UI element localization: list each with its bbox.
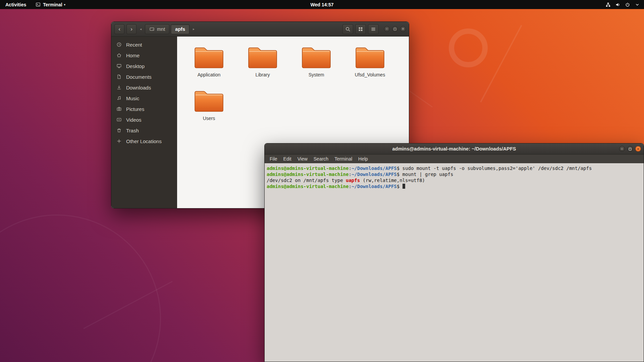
view-toggle-button[interactable]: [355, 24, 366, 34]
system-tray[interactable]: [605, 0, 644, 9]
folder-label: Ufsd_Volumes: [355, 72, 385, 77]
video-icon: [116, 117, 122, 122]
camera-icon: [116, 106, 122, 112]
folder-users[interactable]: Users: [184, 87, 234, 128]
minimize-button[interactable]: −: [384, 26, 390, 32]
app-menu-label: Terminal: [43, 2, 62, 7]
disk-icon: [149, 26, 155, 32]
terminal-titlebar[interactable]: admins@admins-virtual-machine: ~/Downloa…: [265, 143, 644, 155]
sidebar-item-music[interactable]: Music: [111, 93, 177, 104]
network-icon[interactable]: [605, 2, 611, 7]
terminal-window-controls: −▢×: [619, 146, 641, 152]
path-scroll-left-icon[interactable]: ◂: [139, 27, 143, 31]
desktop-icon: [116, 63, 122, 69]
sidebar-item-documents[interactable]: Documents: [111, 71, 177, 82]
terminal-line: admins@admins-virtual-machine:~/Download…: [267, 171, 642, 177]
minimize-button[interactable]: −: [619, 146, 625, 152]
sidebar-item-label: Desktop: [126, 63, 145, 69]
folder-icon: [301, 44, 332, 70]
terminal-cursor: [402, 184, 405, 189]
sidebar-item-trash[interactable]: Trash: [111, 125, 177, 136]
menu-help[interactable]: Help: [355, 155, 371, 163]
maximize-button[interactable]: ▢: [627, 146, 633, 152]
sidebar-item-pictures[interactable]: Pictures: [111, 104, 177, 114]
search-icon: [345, 26, 351, 32]
menu-view[interactable]: View: [294, 155, 311, 163]
sidebar-item-videos[interactable]: Videos: [111, 114, 177, 125]
sidebar-item-recent[interactable]: Recent: [111, 39, 177, 50]
activities-button[interactable]: Activities: [0, 0, 32, 9]
folder-label: System: [309, 72, 324, 77]
breadcrumb-label: mnt: [157, 26, 165, 32]
files-sidebar: RecentHomeDesktopDocumentsDownloadsMusic…: [111, 37, 177, 208]
folder-icon: [193, 87, 225, 114]
close-button[interactable]: ×: [400, 26, 406, 32]
folder-label: Library: [256, 72, 270, 77]
terminal-menubar: FileEditViewSearchTerminalHelp: [265, 155, 644, 163]
home-icon: [116, 53, 122, 58]
sidebar-item-other-locations[interactable]: Other Locations: [111, 136, 177, 146]
sidebar-item-home[interactable]: Home: [111, 50, 177, 61]
top-bar: Activities Terminal ▾ Wed 14:57: [0, 0, 644, 9]
sidebar-item-label: Videos: [126, 117, 142, 123]
files-headerbar: ‹ › ◂ mntapfs ▸ −▢×: [111, 22, 409, 37]
grid-view-icon: [358, 26, 363, 32]
volume-icon[interactable]: [615, 2, 621, 7]
search-button[interactable]: [342, 24, 353, 34]
wallpaper-ring: [449, 28, 488, 67]
sidebar-item-label: Recent: [126, 42, 142, 48]
menu-search[interactable]: Search: [311, 155, 331, 163]
breadcrumb-label: apfs: [175, 26, 185, 32]
path-scroll-right-icon[interactable]: ▸: [192, 27, 196, 31]
wallpaper-line: [480, 25, 522, 102]
sidebar-item-label: Music: [126, 96, 139, 101]
chevron-down-icon[interactable]: [635, 2, 640, 7]
menu-edit[interactable]: Edit: [280, 155, 294, 163]
sidebar-item-label: Documents: [126, 74, 152, 80]
app-menu-dropdown-icon: ▾: [64, 3, 66, 6]
wallpaper-ring-large: [0, 215, 161, 362]
breadcrumb-apfs[interactable]: apfs: [171, 24, 190, 34]
terminal-window: admins@admins-virtual-machine: ~/Downloa…: [264, 143, 644, 362]
menu-terminal[interactable]: Terminal: [331, 155, 355, 163]
folder-library[interactable]: Library: [237, 44, 288, 85]
power-icon[interactable]: [625, 2, 630, 7]
close-button[interactable]: ×: [635, 146, 641, 152]
clock[interactable]: Wed 14:57: [311, 2, 334, 7]
sidebar-item-desktop[interactable]: Desktop: [111, 61, 177, 71]
music-icon: [116, 96, 122, 101]
hamburger-menu-icon: [371, 26, 376, 32]
files-window-controls: −▢×: [384, 26, 406, 32]
folder-label: Users: [203, 116, 215, 121]
terminal-line: /dev/sdc2 on /mnt/apfs type uapfs (rw,re…: [267, 177, 642, 183]
folder-application[interactable]: Application: [184, 44, 234, 85]
folder-ufsd_volumes[interactable]: Ufsd_Volumes: [345, 44, 395, 85]
sidebar-item-label: Home: [126, 53, 140, 58]
breadcrumb-mnt[interactable]: mnt: [145, 24, 169, 34]
forward-button[interactable]: ›: [126, 24, 137, 34]
download-icon: [116, 85, 122, 90]
sidebar-item-label: Trash: [126, 128, 139, 133]
document-icon: [116, 74, 122, 79]
menu-file[interactable]: File: [267, 155, 280, 163]
folder-label: Application: [198, 72, 221, 77]
plus-icon: [116, 138, 122, 144]
clock-icon: [116, 42, 122, 47]
folder-icon: [354, 44, 386, 70]
desktop: { "topbar": { "activities_label": "Activ…: [0, 0, 644, 362]
folder-system[interactable]: System: [291, 44, 341, 85]
sidebar-item-label: Pictures: [126, 106, 144, 112]
maximize-button[interactable]: ▢: [392, 26, 398, 32]
trash-icon: [116, 128, 122, 133]
terminal-output[interactable]: admins@admins-virtual-machine:~/Download…: [265, 163, 644, 362]
sidebar-item-label: Other Locations: [126, 138, 162, 144]
menu-button[interactable]: [368, 24, 379, 34]
sidebar-item-label: Downloads: [126, 85, 151, 90]
app-menu-terminal[interactable]: Terminal ▾: [32, 0, 69, 9]
sidebar-item-downloads[interactable]: Downloads: [111, 82, 177, 93]
terminal-line: admins@admins-virtual-machine:~/Download…: [267, 183, 642, 189]
path-bar: mntapfs: [145, 24, 190, 34]
folder-icon: [247, 44, 278, 70]
back-button[interactable]: ‹: [114, 24, 124, 34]
terminal-title: admins@admins-virtual-machine: ~/Downloa…: [392, 146, 516, 152]
